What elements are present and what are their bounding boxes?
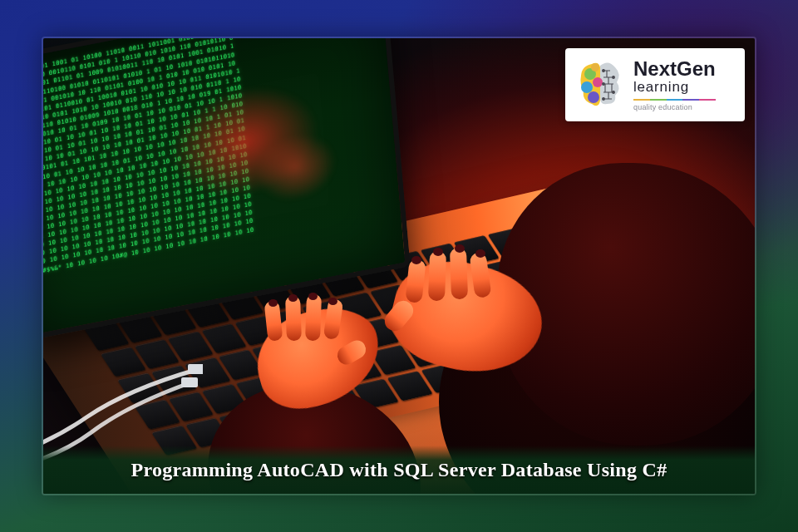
brand-tagline: quality education (633, 104, 716, 111)
svg-point-3 (581, 81, 593, 93)
nail (455, 244, 465, 253)
brand-name-line1: NextGen (633, 59, 716, 79)
finger (305, 294, 322, 342)
nail (288, 294, 298, 302)
svg-point-9 (603, 83, 605, 86)
nail (308, 293, 318, 300)
brand-color-rule (633, 99, 716, 101)
svg-point-11 (603, 98, 605, 101)
finger (428, 251, 446, 302)
svg-point-4 (588, 91, 599, 103)
nail (475, 249, 485, 258)
finger (285, 296, 302, 342)
nail (268, 299, 278, 307)
svg-point-7 (603, 70, 605, 72)
nail (433, 248, 443, 256)
finger (450, 248, 468, 300)
svg-point-8 (613, 76, 615, 79)
nail (328, 298, 337, 305)
brain-logo-icon (575, 59, 623, 111)
svg-point-10 (613, 91, 615, 94)
svg-point-5 (593, 77, 603, 87)
course-title-bar: Programming AutoCAD with SQL Server Data… (43, 446, 755, 494)
brand-name-line2: learning (633, 80, 716, 94)
nail (411, 256, 421, 264)
course-title-text: Programming AutoCAD with SQL Server Data… (131, 459, 667, 481)
brand-badge: NextGen learning quality education (565, 48, 745, 121)
screen-reflection (165, 73, 337, 222)
svg-point-6 (591, 63, 599, 71)
course-thumbnail-frame: 0110101 1001 01 10100 11010 0011 1011001… (42, 37, 756, 495)
